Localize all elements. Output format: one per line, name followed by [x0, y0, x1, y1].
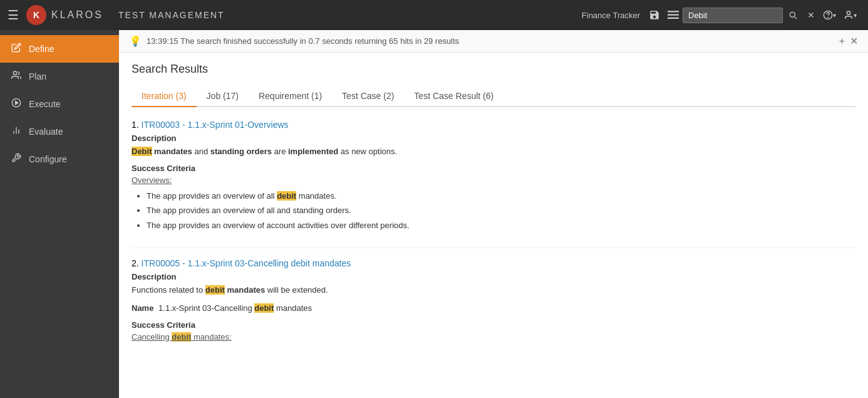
tab-iteration[interactable]: Iteration (3): [132, 86, 197, 107]
search-button[interactable]: [784, 8, 802, 23]
people-icon: [10, 70, 23, 83]
notification-actions: + ✕: [839, 35, 858, 47]
clear-search-button[interactable]: [803, 8, 819, 22]
project-name: Finance Tracker: [582, 11, 640, 20]
list-item: The app provides an overview of all and …: [147, 203, 855, 217]
sidebar-item-execute[interactable]: Execute: [0, 90, 119, 118]
content-area: 💡 13:39:15 The search finished successfu…: [119, 30, 868, 398]
help-button[interactable]: ▾: [819, 8, 840, 23]
tab-requirement[interactable]: Requirement (1): [249, 86, 332, 107]
tab-test-case[interactable]: Test Case (2): [332, 86, 404, 107]
bulb-icon: 💡: [129, 35, 142, 47]
sidebar-define-label: Define: [29, 44, 54, 54]
highlight-debit-5: debit: [172, 332, 191, 342]
result-1-criteria-label: Success Criteria: [132, 164, 855, 173]
logo-circle: K: [26, 5, 46, 25]
sidebar-plan-label: Plan: [29, 71, 46, 81]
app-logo: K KLAROS: [26, 5, 103, 25]
result-item-1: 1. ITR00003 - 1.1.x-Sprint 01-Overviews …: [132, 120, 855, 233]
sidebar-item-configure[interactable]: Configure: [0, 145, 119, 173]
result-1-description-label: Description: [132, 134, 855, 143]
result-1-link[interactable]: ITR00003 - 1.1.x-Sprint 01-Overviews: [142, 120, 289, 130]
brand-name: KLAROS: [51, 9, 103, 21]
result-2-subhead: Cancelling debit mandates:: [132, 332, 855, 342]
notification-add-button[interactable]: +: [839, 35, 845, 47]
sidebar-evaluate-label: Evaluate: [29, 127, 63, 137]
result-divider: [132, 248, 855, 248]
result-1-list: The app provides an overview of all debi…: [132, 189, 855, 233]
highlight-debit-2: debit: [277, 191, 296, 201]
search-results-container: Search Results Iteration (3) Job (17) Re…: [119, 53, 868, 398]
notification-close-button[interactable]: ✕: [850, 35, 858, 47]
notification-text: 13:39:15 The search finished successfull…: [147, 36, 459, 46]
highlight-debit-3: debit: [205, 285, 225, 295]
sidebar: Define Plan Execute Evaluate Configure: [0, 30, 119, 398]
play-icon: [10, 98, 23, 110]
result-2-description-label: Description: [132, 272, 855, 281]
navbar: ☰ K KLAROS TEST MANAGEMENT Finance Track…: [0, 0, 868, 30]
app-name: TEST MANAGEMENT: [118, 10, 225, 20]
result-1-description: Debit mandates and standing orders are i…: [132, 145, 855, 159]
result-1-subhead: Overviews:: [132, 175, 855, 185]
result-1-title: 1. ITR00003 - 1.1.x-Sprint 01-Overviews: [132, 120, 855, 130]
result-2-title: 2. ITR00005 - 1.1.x-Sprint 03-Cancelling…: [132, 258, 855, 268]
list-item: The app provides an overview of account …: [147, 218, 855, 233]
svg-marker-8: [16, 101, 18, 104]
result-2-criteria-label: Success Criteria: [132, 320, 855, 330]
svg-point-4: [828, 18, 829, 18]
svg-rect-1: [668, 14, 679, 16]
highlight-debit-4: debit: [254, 303, 274, 313]
sidebar-item-evaluate[interactable]: Evaluate: [0, 118, 119, 145]
list-item: The app provides an overview of all debi…: [147, 189, 855, 203]
save-button[interactable]: [645, 7, 664, 23]
search-group: [683, 8, 819, 23]
chart-icon: [10, 125, 23, 138]
sidebar-item-plan[interactable]: Plan: [0, 63, 119, 90]
menu-icon[interactable]: ☰: [8, 8, 19, 23]
sidebar-configure-label: Configure: [29, 154, 67, 164]
sidebar-execute-label: Execute: [29, 99, 61, 109]
highlight-debit-1: Debit: [132, 147, 152, 156]
wrench-icon: [10, 153, 23, 165]
result-2-name: Name 1.1.x-Sprint 03-Cancelling debit ma…: [132, 302, 855, 315]
user-button[interactable]: ▾: [840, 8, 860, 23]
tab-test-case-result[interactable]: Test Case Result (6): [404, 86, 504, 107]
sidebar-item-define[interactable]: Define: [0, 35, 119, 63]
result-2-description: Functions related to debit mandates will…: [132, 284, 855, 297]
svg-point-6: [13, 71, 16, 75]
search-results-title: Search Results: [132, 63, 855, 76]
notification-bar: 💡 13:39:15 The search finished successfu…: [119, 30, 868, 53]
result-item-2: 2. ITR00005 - 1.1.x-Sprint 03-Cancelling…: [132, 258, 855, 342]
svg-point-5: [847, 11, 850, 14]
result-2-link[interactable]: ITR00005 - 1.1.x-Sprint 03-Cancelling de…: [142, 258, 351, 268]
svg-rect-2: [668, 18, 679, 19]
svg-rect-0: [668, 11, 679, 12]
main-layout: Define Plan Execute Evaluate Configure: [0, 30, 868, 398]
pencil-icon: [10, 43, 23, 55]
search-tabs: Iteration (3) Job (17) Requirement (1) T…: [132, 86, 855, 107]
search-input[interactable]: [683, 8, 783, 23]
tab-job[interactable]: Job (17): [197, 86, 249, 107]
list-view-button[interactable]: [664, 8, 683, 22]
